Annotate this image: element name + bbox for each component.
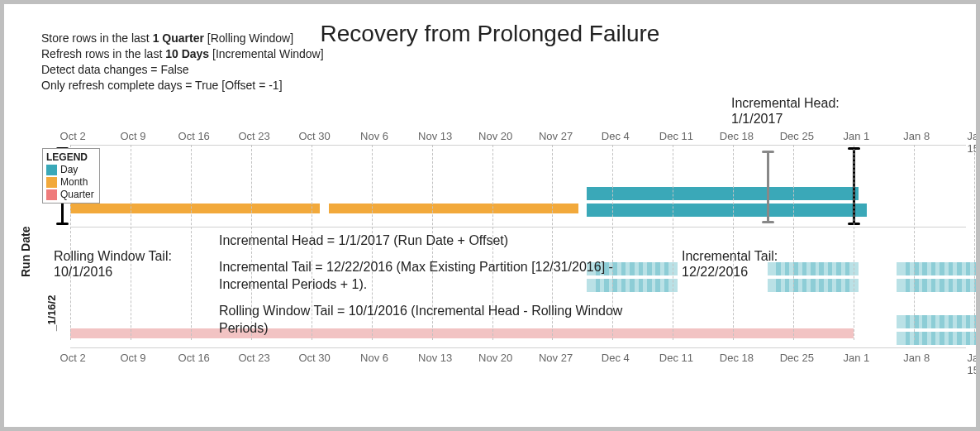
tick-label-top: Oct 9: [120, 130, 145, 142]
tick-label-bottom: Nov 27: [539, 352, 573, 364]
notes-block: Incremental Head = 1/1/2017 (Run Date + …: [219, 232, 657, 346]
tick-label-top: Nov 27: [539, 130, 573, 142]
day-partition-faded: [845, 279, 859, 292]
legend: LEGEND Day Month Quarter: [42, 148, 100, 204]
tick-label-bottom: Oct 16: [178, 352, 210, 364]
day-partition-faded: [974, 279, 980, 292]
tick-label-top: Dec 4: [602, 130, 630, 142]
gridline: [733, 145, 734, 340]
day-partition-faded: [966, 332, 979, 345]
note-line: Incremental Head = 1/1/2017 (Run Date + …: [219, 232, 657, 250]
tick-label-top: Nov 6: [360, 130, 388, 142]
note-line: Rolling Window Tail = 10/1/2016 (Increme…: [219, 302, 657, 338]
meta-text: [Incremental Window]: [209, 47, 324, 60]
month-partition: [70, 204, 320, 213]
swatch-day: [46, 165, 57, 175]
tick-label-top: Jan 15: [968, 130, 980, 155]
gridline: [793, 145, 794, 340]
day-partition: [854, 204, 867, 217]
tick-label-bottom: Nov 20: [478, 352, 512, 364]
tick-label-top: Dec 25: [780, 130, 814, 142]
tick-label-top: Jan 1: [843, 130, 869, 142]
tick-label-bottom: Jan 15: [968, 352, 980, 376]
meta-bold: 1 Quarter: [153, 31, 204, 45]
note-line: Incremental Tail = 12/22/2016 (Max Exist…: [219, 258, 657, 294]
day-partition-faded: [664, 262, 678, 275]
tick-label-bottom: Oct 2: [60, 352, 86, 364]
meta-text: Only refresh complete days = True [Offse…: [41, 78, 324, 93]
annotation-incremental-tail: Incremental Tail: 12/22/2016: [682, 248, 778, 280]
tick-label-bottom: Nov 6: [360, 352, 388, 364]
day-partition-faded: [664, 279, 678, 292]
tick-label-bottom: Oct 23: [238, 352, 269, 364]
tick-label-bottom: Oct 30: [298, 352, 330, 364]
gridline: [974, 145, 975, 340]
tick-label-bottom: Dec 25: [780, 352, 814, 364]
gridline: [131, 145, 131, 340]
day-partition-faded: [966, 262, 979, 275]
tick-label-top: Dec 18: [720, 130, 754, 142]
legend-item: Month: [60, 176, 88, 188]
gridline: [673, 145, 673, 340]
day-partition: [845, 187, 859, 200]
day-partition-faded: [974, 262, 980, 275]
config-meta: Store rows in the last 1 Quarter [Rollin…: [41, 31, 324, 93]
tick-label-bottom: Dec 4: [602, 352, 630, 364]
gridline: [914, 145, 915, 340]
day-partition-faded: [974, 315, 980, 328]
tick-label-bottom: Jan 1: [843, 352, 869, 364]
annotation-rolling-tail: Rolling Window Tail: 10/1/2016: [54, 248, 172, 280]
day-partition-faded: [966, 279, 979, 292]
swatch-quarter: [46, 189, 57, 200]
meta-text: Refresh rows in the last: [41, 47, 165, 60]
month-partition: [329, 204, 578, 213]
tick-label-top: Oct 2: [60, 130, 86, 142]
legend-item: Day: [60, 164, 78, 175]
day-partition-faded: [845, 262, 859, 275]
tick-label-top: Oct 16: [178, 130, 210, 142]
tick-label-top: Nov 20: [478, 130, 512, 142]
tick-label-top: Jan 8: [903, 130, 930, 142]
y-axis-label: Run Date: [19, 227, 32, 277]
swatch-month: [46, 177, 57, 188]
tick-label-top: Oct 30: [298, 130, 330, 142]
y-axis-value: _1/16/2: [45, 295, 58, 331]
tick-label-top: Dec 11: [659, 130, 693, 142]
meta-text: Store rows in the last: [41, 31, 153, 45]
day-partition-faded: [974, 332, 980, 345]
tick-label-bottom: Oct 9: [120, 352, 145, 364]
day-partition-faded: [966, 315, 979, 328]
tick-label-bottom: Dec 11: [659, 352, 693, 364]
tick-label-bottom: Jan 8: [903, 352, 930, 364]
legend-item: Quarter: [60, 189, 94, 200]
chart-row-current: [70, 145, 966, 227]
tick-label-bottom: Nov 13: [418, 352, 452, 364]
gridline: [854, 145, 854, 340]
tick-label-bottom: Dec 18: [720, 352, 754, 364]
annotation-incremental-head: Incremental Head: 1/1/2017: [731, 95, 840, 127]
meta-bold: 10 Days: [165, 47, 209, 60]
meta-text: Detect data changes = False: [41, 62, 324, 78]
tick-label-top: Nov 13: [418, 130, 452, 142]
meta-text: [Rolling Window]: [204, 31, 293, 45]
gridline: [191, 145, 192, 340]
tick-label-top: Oct 23: [238, 130, 269, 142]
legend-title: LEGEND: [46, 151, 94, 163]
range-marker: [767, 151, 769, 223]
